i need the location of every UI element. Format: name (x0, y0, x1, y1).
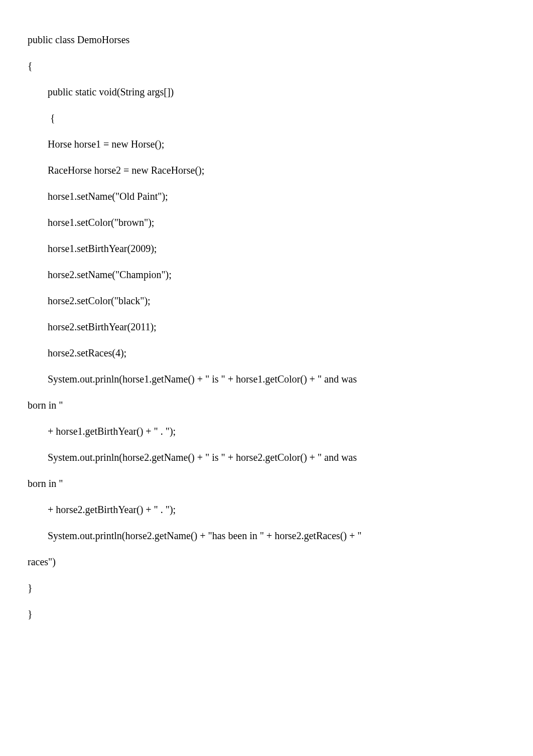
code-line: horse2.setColor("black"); (28, 294, 505, 307)
code-line: System.out.println(horse2.getName() + "h… (28, 529, 505, 542)
code-line: horse1.setBirthYear(2009); (28, 242, 505, 255)
code-line: horse2.setRaces(4); (28, 346, 505, 359)
code-line: { (28, 59, 505, 72)
code-document: public class DemoHorses { public static … (28, 20, 505, 634)
code-line: } (28, 607, 505, 620)
code-line: public class DemoHorses (28, 33, 505, 46)
code-line: races") (28, 555, 505, 568)
code-line: public static void(String args[]) (28, 85, 505, 98)
code-line: Horse horse1 = new Horse(); (28, 138, 505, 151)
code-line: RaceHorse horse2 = new RaceHorse(); (28, 164, 505, 177)
code-line: horse1.setName("Old Paint"); (28, 190, 505, 203)
code-line: + horse2.getBirthYear() + " . "); (28, 503, 505, 516)
code-line: horse2.setBirthYear(2011); (28, 320, 505, 333)
code-line: + horse1.getBirthYear() + " . "); (28, 425, 505, 438)
code-line: } (28, 581, 505, 594)
code-line: System.out.prinln(horse1.getName() + " i… (28, 372, 505, 386)
code-line: born in " (28, 477, 505, 490)
code-line: System.out.prinln(horse2.getName() + " i… (28, 451, 505, 464)
code-line: { (28, 111, 505, 124)
code-line: horse2.setName("Champion"); (28, 268, 505, 281)
code-line: born in " (28, 399, 505, 412)
code-line: horse1.setColor("brown"); (28, 216, 505, 229)
